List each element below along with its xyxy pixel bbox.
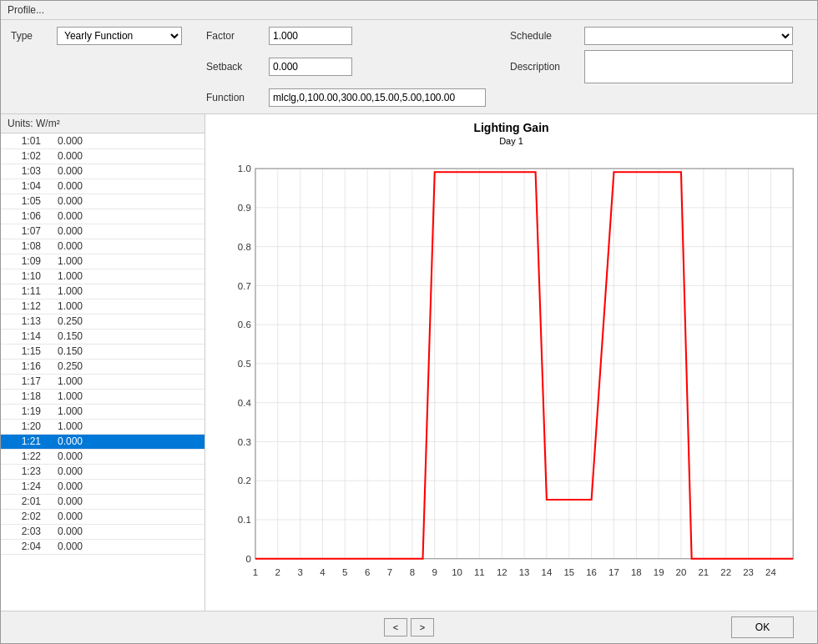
table-row[interactable]: 2:010.000 [1,494,204,509]
table-row[interactable]: 1:220.000 [1,449,204,464]
svg-text:18: 18 [631,568,642,578]
time-cell: 1:16 [1,359,51,374]
table-row[interactable]: 1:210.000 [1,434,204,449]
svg-text:1.0: 1.0 [238,164,251,174]
factor-input[interactable] [269,27,352,45]
time-cell: 1:20 [1,419,51,434]
svg-text:0.8: 0.8 [238,242,251,252]
svg-text:0.1: 0.1 [238,515,251,525]
ok-button[interactable]: OK [731,616,794,638]
value-cell: 0.000 [51,148,204,164]
title-bar: Profile... [1,1,817,20]
prev-button[interactable]: < [384,618,407,636]
table-row[interactable]: 1:171.000 [1,374,204,389]
svg-text:6: 6 [365,568,370,578]
table-row[interactable]: 2:030.000 [1,524,204,539]
time-cell: 1:14 [1,329,51,344]
table-row[interactable]: 1:010.000 [1,133,204,148]
value-cell: 0.000 [51,494,204,509]
time-cell: 2:02 [1,509,51,524]
time-cell: 2:04 [1,539,51,554]
table-row[interactable]: 2:040.000 [1,539,204,554]
value-cell: 1.000 [51,419,204,434]
svg-text:22: 22 [720,568,731,578]
main-window: Profile... Type Yearly Function Factor S… [0,0,818,644]
time-cell: 1:24 [1,479,51,494]
value-cell: 0.000 [51,194,204,209]
svg-text:1: 1 [253,568,258,578]
value-cell: 0.000 [51,434,204,449]
time-cell: 1:12 [1,299,51,314]
table-row[interactable]: 1:191.000 [1,404,204,419]
table-row[interactable]: 1:080.000 [1,239,204,254]
units-label: Units: W/m² [1,114,204,133]
time-cell: 1:15 [1,344,51,359]
schedule-label: Schedule [510,30,574,42]
table-row[interactable]: 1:121.000 [1,299,204,314]
svg-text:7: 7 [387,568,392,578]
type-select[interactable]: Yearly Function [57,27,182,45]
svg-text:17: 17 [608,568,619,578]
table-row[interactable]: 1:150.150 [1,344,204,359]
time-cell: 1:21 [1,434,51,449]
time-cell: 1:18 [1,389,51,404]
table-row[interactable]: 1:040.000 [1,179,204,194]
footer: < > OK [1,611,817,643]
svg-text:19: 19 [654,568,664,578]
value-cell: 0.000 [51,479,204,494]
next-button[interactable]: > [411,618,434,636]
function-label: Function [206,92,259,103]
description-input[interactable] [584,50,793,83]
value-cell: 0.250 [51,359,204,374]
table-row[interactable]: 1:070.000 [1,224,204,239]
table-row[interactable]: 2:020.000 [1,509,204,524]
table-row[interactable]: 1:130.250 [1,314,204,329]
value-cell: 1.000 [51,269,204,284]
value-cell: 1.000 [51,284,204,299]
table-row[interactable]: 1:101.000 [1,269,204,284]
chart-area: Lighting Gain Day 1 [205,114,817,611]
table-row[interactable]: 1:181.000 [1,389,204,404]
time-cell: 1:13 [1,314,51,329]
value-cell: 1.000 [51,254,204,269]
setback-input[interactable] [269,58,352,76]
time-cell: 1:02 [1,148,51,164]
table-container[interactable]: 1:010.0001:020.0001:030.0001:040.0001:05… [1,133,204,611]
time-cell: 2:01 [1,494,51,509]
time-cell: 1:09 [1,254,51,269]
svg-text:0.9: 0.9 [238,203,251,213]
table-row[interactable]: 1:140.150 [1,329,204,344]
time-cell: 1:17 [1,374,51,389]
table-row[interactable]: 1:050.000 [1,194,204,209]
chart-svg: 0 0.1 0.2 0.3 0.4 0.5 0.6 0.7 0.8 0.9 1.… [212,149,810,604]
form-section: Type Yearly Function Factor Schedule Set… [1,20,817,114]
value-cell: 0.000 [51,209,204,224]
table-row[interactable]: 1:020.000 [1,148,204,164]
svg-text:4: 4 [320,568,326,578]
table-row[interactable]: 1:091.000 [1,254,204,269]
value-cell: 0.000 [51,524,204,539]
value-cell: 0.000 [51,464,204,479]
table-row[interactable]: 1:160.250 [1,359,204,374]
value-cell: 0.000 [51,133,204,148]
table-row[interactable]: 1:230.000 [1,464,204,479]
table-row[interactable]: 1:201.000 [1,419,204,434]
time-cell: 1:10 [1,269,51,284]
svg-text:20: 20 [676,568,687,578]
svg-text:15: 15 [563,568,574,578]
svg-text:23: 23 [743,568,754,578]
svg-text:0.5: 0.5 [238,359,251,369]
schedule-select[interactable] [584,27,793,45]
svg-text:8: 8 [410,568,415,578]
function-input[interactable] [269,88,486,107]
table-row[interactable]: 1:060.000 [1,209,204,224]
time-cell: 1:07 [1,224,51,239]
value-cell: 0.150 [51,329,204,344]
svg-text:2: 2 [275,568,280,578]
time-cell: 1:23 [1,464,51,479]
svg-text:0.3: 0.3 [238,437,251,447]
table-row[interactable]: 1:111.000 [1,284,204,299]
table-row[interactable]: 1:240.000 [1,479,204,494]
time-cell: 1:11 [1,284,51,299]
table-row[interactable]: 1:030.000 [1,164,204,179]
